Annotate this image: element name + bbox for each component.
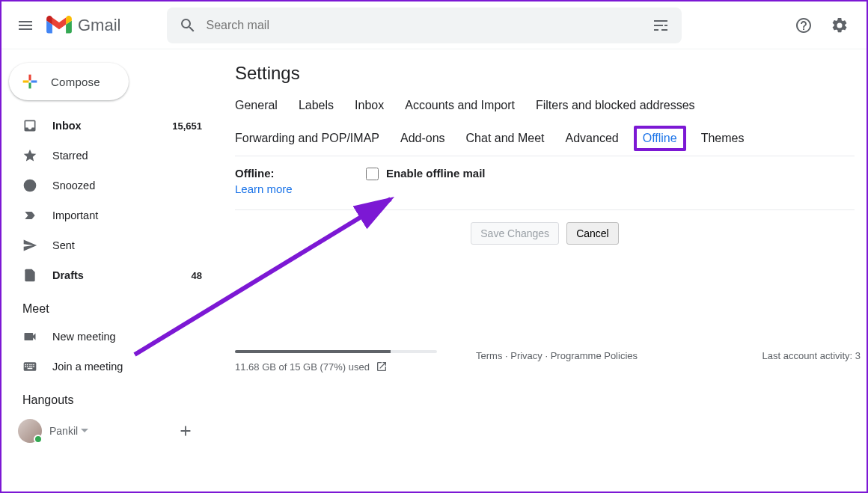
meet-item-new-meeting[interactable]: New meeting xyxy=(1,322,211,352)
sidebar-item-inbox[interactable]: Inbox 15,651 xyxy=(1,111,211,141)
tab-chat-and-meet[interactable]: Chat and Meet xyxy=(466,132,545,145)
footer: 11.68 GB of 15 GB (77%) used Terms · Pri… xyxy=(235,350,861,373)
storage-meter: 11.68 GB of 15 GB (77%) used xyxy=(235,350,459,373)
presence-dot-icon xyxy=(34,435,43,444)
nav-label: Starred xyxy=(52,150,202,162)
clock-icon xyxy=(22,178,37,193)
drafts-icon xyxy=(22,268,37,283)
plus-icon xyxy=(177,423,194,439)
meet-section-title: Meet xyxy=(1,290,211,322)
compose-button[interactable]: Compose xyxy=(9,63,129,100)
search-button[interactable] xyxy=(173,10,203,40)
tab-themes[interactable]: Themes xyxy=(701,132,745,145)
gmail-logo[interactable]: Gmail xyxy=(46,16,120,35)
sidebar-item-important[interactable]: Important xyxy=(1,200,211,230)
support-button[interactable] xyxy=(789,10,819,40)
nav-label: Drafts xyxy=(52,269,192,281)
caret-down-icon xyxy=(81,427,88,435)
sidebar-item-snoozed[interactable]: Snoozed xyxy=(1,171,211,200)
search-options-button[interactable] xyxy=(646,10,676,40)
hangouts-user-row[interactable]: Pankil xyxy=(1,413,211,444)
gear-icon xyxy=(831,16,849,34)
nav-label: Important xyxy=(52,209,202,221)
sidebar: Compose Inbox 15,651 Starred Snoozed Imp… xyxy=(1,49,211,492)
tab-labels[interactable]: Labels xyxy=(299,99,334,112)
enable-offline-control[interactable]: Enable offline mail xyxy=(366,167,486,196)
nav-label: Snoozed xyxy=(52,180,202,192)
search-bar xyxy=(167,7,682,43)
nav-label: Inbox xyxy=(52,120,172,132)
videocam-icon xyxy=(22,329,37,344)
star-icon xyxy=(22,148,37,163)
main-menu-button[interactable] xyxy=(7,7,43,43)
open-in-new-icon[interactable] xyxy=(376,361,388,373)
page-title: Settings xyxy=(235,63,855,84)
nav-label: Join a meeting xyxy=(52,361,202,373)
main-content: Settings GeneralLabelsInboxAccounts and … xyxy=(211,49,867,492)
gmail-logo-icon xyxy=(46,16,72,35)
settings-button[interactable] xyxy=(825,10,855,40)
gmail-logo-text: Gmail xyxy=(78,16,120,35)
account-activity: Last account activity: 3 xyxy=(762,350,861,361)
settings-tabs: GeneralLabelsInboxAccounts and ImportFil… xyxy=(235,94,855,156)
tab-add-ons[interactable]: Add-ons xyxy=(400,132,445,145)
learn-more-link[interactable]: Learn more xyxy=(235,183,293,195)
new-conversation-button[interactable] xyxy=(172,417,199,444)
nav-count: 15,651 xyxy=(172,120,202,132)
nav-label: Sent xyxy=(52,239,202,251)
nav-count: 48 xyxy=(192,270,202,281)
sidebar-item-drafts[interactable]: Drafts 48 xyxy=(1,260,211,290)
tab-filters-and-blocked-addresses[interactable]: Filters and blocked addresses xyxy=(536,99,695,112)
help-icon xyxy=(795,16,813,34)
tune-icon xyxy=(652,16,670,34)
inbox-icon xyxy=(22,118,37,133)
nav-label: New meeting xyxy=(52,331,202,343)
enable-offline-checkbox[interactable] xyxy=(366,168,379,180)
storage-text: 11.68 GB of 15 GB (77%) used xyxy=(235,361,370,373)
tab-general[interactable]: General xyxy=(235,99,278,112)
compose-label: Compose xyxy=(51,76,100,88)
footer-links: Terms · Privacy · Programme Policies xyxy=(476,350,638,361)
sidebar-item-sent[interactable]: Sent xyxy=(1,230,211,260)
tab-forwarding-and-pop-imap[interactable]: Forwarding and POP/IMAP xyxy=(235,132,379,145)
offline-label: Offline: xyxy=(235,167,366,180)
keyboard-icon xyxy=(22,359,37,374)
hamburger-icon xyxy=(16,16,34,34)
compose-plus-icon xyxy=(19,71,40,92)
meet-item-join-a-meeting[interactable]: Join a meeting xyxy=(1,352,211,382)
privacy-link[interactable]: Privacy xyxy=(510,350,542,361)
terms-link[interactable]: Terms xyxy=(476,350,502,361)
enable-offline-label: Enable offline mail xyxy=(386,167,486,180)
sidebar-item-starred[interactable]: Starred xyxy=(1,141,211,171)
header: Gmail xyxy=(1,1,867,49)
save-changes-button[interactable]: Save Changes xyxy=(471,222,559,245)
search-input[interactable] xyxy=(203,19,646,32)
sent-icon xyxy=(22,238,37,253)
cancel-button[interactable]: Cancel xyxy=(566,222,619,245)
avatar xyxy=(18,419,42,443)
search-icon xyxy=(179,16,197,34)
offline-setting-row: Offline: Learn more Enable offline mail xyxy=(235,156,855,210)
tab-accounts-and-import[interactable]: Accounts and Import xyxy=(405,99,515,112)
tab-offline[interactable]: Offline xyxy=(634,126,686,151)
policies-link[interactable]: Programme Policies xyxy=(551,350,638,361)
tab-inbox[interactable]: Inbox xyxy=(355,99,384,112)
hangouts-section-title: Hangouts xyxy=(1,382,211,413)
hangouts-username: Pankil xyxy=(49,425,78,437)
important-icon xyxy=(22,208,37,223)
tab-advanced[interactable]: Advanced xyxy=(566,132,619,145)
